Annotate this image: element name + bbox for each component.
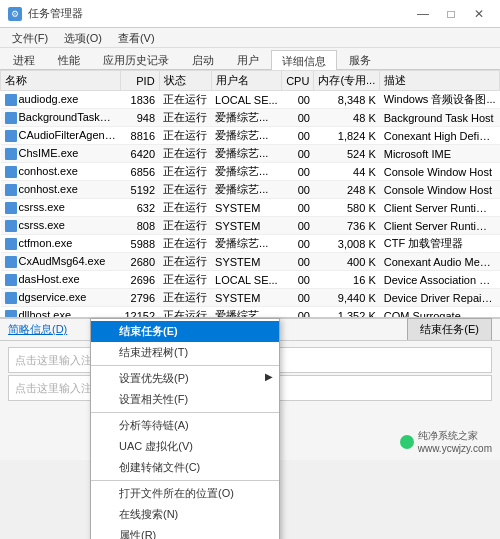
cell-status: 正在运行 (159, 235, 211, 253)
context-menu-item[interactable]: 在线搜索(N) (91, 504, 279, 525)
context-menu-separator (91, 412, 279, 413)
cell-user: 爱播综艺... (211, 235, 282, 253)
cell-cpu: 00 (282, 253, 314, 271)
cell-name: BackgroundTaskH... (1, 109, 121, 127)
table-row[interactable]: dgservice.exe 2796 正在运行 SYSTEM 00 9,440 … (1, 289, 500, 307)
context-menu-item[interactable]: UAC 虚拟化(V) (91, 436, 279, 457)
minimize-button[interactable]: — (410, 4, 436, 24)
col-header-status[interactable]: 状态 (159, 71, 211, 91)
table-body: audiodg.exe 1836 正在运行 LOCAL SE... 00 8,3… (1, 91, 500, 319)
table-row[interactable]: conhost.exe 5192 正在运行 爱播综艺... 00 248 K C… (1, 181, 500, 199)
cell-cpu: 00 (282, 127, 314, 145)
context-menu-item[interactable]: 分析等待链(A) (91, 415, 279, 436)
cell-desc: Conexant High Definiti... (380, 127, 500, 145)
cell-desc: Device Driver Repair ... (380, 289, 500, 307)
cell-name: csrss.exe (1, 217, 121, 235)
cell-cpu: 00 (282, 145, 314, 163)
cell-pid: 6420 (121, 145, 160, 163)
context-menu-item[interactable]: 属性(R) (91, 525, 279, 539)
context-menu-separator (91, 365, 279, 366)
col-header-name[interactable]: 名称 (1, 71, 121, 91)
cell-desc: Conexant Audio Mess... (380, 253, 500, 271)
table-row[interactable]: audiodg.exe 1836 正在运行 LOCAL SE... 00 8,3… (1, 91, 500, 109)
cell-name: dasHost.exe (1, 271, 121, 289)
cell-mem: 16 K (314, 271, 380, 289)
table-row[interactable]: dasHost.exe 2696 正在运行 LOCAL SE... 00 16 … (1, 271, 500, 289)
cell-user: 爱播综艺... (211, 181, 282, 199)
close-button[interactable]: ✕ (466, 4, 492, 24)
cell-mem: 3,008 K (314, 235, 380, 253)
cell-name: dllhost.exe (1, 307, 121, 319)
cell-desc: Client Server Runtime ... (380, 199, 500, 217)
title-text: 任务管理器 (28, 6, 83, 21)
cell-user: LOCAL SE... (211, 271, 282, 289)
end-task-button[interactable]: 结束任务(E) (407, 318, 492, 341)
cell-user: SYSTEM (211, 217, 282, 235)
col-header-mem[interactable]: 内存(专用... (314, 71, 380, 91)
watermark-text: 纯净系统之家 www.ycwjzy.com (418, 429, 492, 454)
table-row[interactable]: dllhost.exe 12152 正在运行 爱播综艺... 00 1,352 … (1, 307, 500, 319)
context-menu-item[interactable]: 结束进程树(T) (91, 342, 279, 363)
title-bar-controls: — □ ✕ (410, 4, 492, 24)
cell-desc: Device Association Fr... (380, 271, 500, 289)
cell-mem: 44 K (314, 163, 380, 181)
context-menu-item[interactable]: 创建转储文件(C) (91, 457, 279, 478)
cell-name: csrss.exe (1, 199, 121, 217)
menu-file[interactable]: 文件(F) (4, 28, 56, 48)
cell-pid: 2680 (121, 253, 160, 271)
cell-pid: 12152 (121, 307, 160, 319)
table-row[interactable]: csrss.exe 632 正在运行 SYSTEM 00 580 K Clien… (1, 199, 500, 217)
col-header-pid[interactable]: PID (121, 71, 160, 91)
cell-name: CxAudMsg64.exe (1, 253, 121, 271)
table-row[interactable]: ChsIME.exe 6420 正在运行 爱播综艺... 00 524 K Mi… (1, 145, 500, 163)
watermark-url: www.ycwjzy.com (418, 443, 492, 454)
cell-pid: 5192 (121, 181, 160, 199)
title-bar-left: ⚙ 任务管理器 (8, 6, 83, 21)
context-menu-item[interactable]: 设置优先级(P)▶ (91, 368, 279, 389)
tab-performance[interactable]: 性能 (47, 49, 91, 69)
cell-status: 正在运行 (159, 91, 211, 109)
cell-cpu: 00 (282, 199, 314, 217)
menu-options[interactable]: 选项(O) (56, 28, 110, 48)
tabs-bar: 进程 性能 应用历史记录 启动 用户 详细信息 服务 (0, 48, 500, 70)
brief-info-link[interactable]: 简略信息(D) (8, 322, 67, 337)
context-menu-item[interactable]: 打开文件所在的位置(O) (91, 483, 279, 504)
cell-user: LOCAL SE... (211, 91, 282, 109)
cell-name: conhost.exe (1, 181, 121, 199)
tab-services[interactable]: 服务 (338, 49, 382, 69)
cell-mem: 580 K (314, 199, 380, 217)
context-menu-separator (91, 480, 279, 481)
col-header-user[interactable]: 用户名 (211, 71, 282, 91)
cell-desc: Microsoft IME (380, 145, 500, 163)
cell-user: SYSTEM (211, 289, 282, 307)
maximize-button[interactable]: □ (438, 4, 464, 24)
cell-status: 正在运行 (159, 289, 211, 307)
tab-users[interactable]: 用户 (226, 49, 270, 69)
cell-pid: 632 (121, 199, 160, 217)
table-row[interactable]: CxAudMsg64.exe 2680 正在运行 SYSTEM 00 400 K… (1, 253, 500, 271)
cell-cpu: 00 (282, 109, 314, 127)
watermark-site: 纯净系统之家 (418, 429, 492, 443)
cell-pid: 2796 (121, 289, 160, 307)
context-menu-item[interactable]: 结束任务(E) (91, 321, 279, 342)
col-header-desc[interactable]: 描述 (380, 71, 500, 91)
table-row[interactable]: conhost.exe 6856 正在运行 爱播综艺... 00 44 K Co… (1, 163, 500, 181)
tab-startup[interactable]: 启动 (181, 49, 225, 69)
menu-view[interactable]: 查看(V) (110, 28, 163, 48)
cell-pid: 5988 (121, 235, 160, 253)
tab-processes[interactable]: 进程 (2, 49, 46, 69)
table-row[interactable]: CAudioFilterAgent... 8816 正在运行 爱播综艺... 0… (1, 127, 500, 145)
table-row[interactable]: ctfmon.exe 5988 正在运行 爱播综艺... 00 3,008 K … (1, 235, 500, 253)
table-row[interactable]: csrss.exe 808 正在运行 SYSTEM 00 736 K Clien… (1, 217, 500, 235)
cell-user: 爱播综艺... (211, 109, 282, 127)
tab-app-history[interactable]: 应用历史记录 (92, 49, 180, 69)
cell-user: SYSTEM (211, 199, 282, 217)
context-menu: 结束任务(E)结束进程树(T)设置优先级(P)▶设置相关性(F)分析等待链(A)… (90, 318, 280, 539)
cell-mem: 736 K (314, 217, 380, 235)
cell-user: 爱播综艺... (211, 163, 282, 181)
context-menu-item[interactable]: 设置相关性(F) (91, 389, 279, 410)
cell-user: 爱播综艺... (211, 307, 282, 319)
tab-details[interactable]: 详细信息 (271, 50, 337, 70)
table-row[interactable]: BackgroundTaskH... 948 正在运行 爱播综艺... 00 4… (1, 109, 500, 127)
col-header-cpu[interactable]: CPU (282, 71, 314, 91)
